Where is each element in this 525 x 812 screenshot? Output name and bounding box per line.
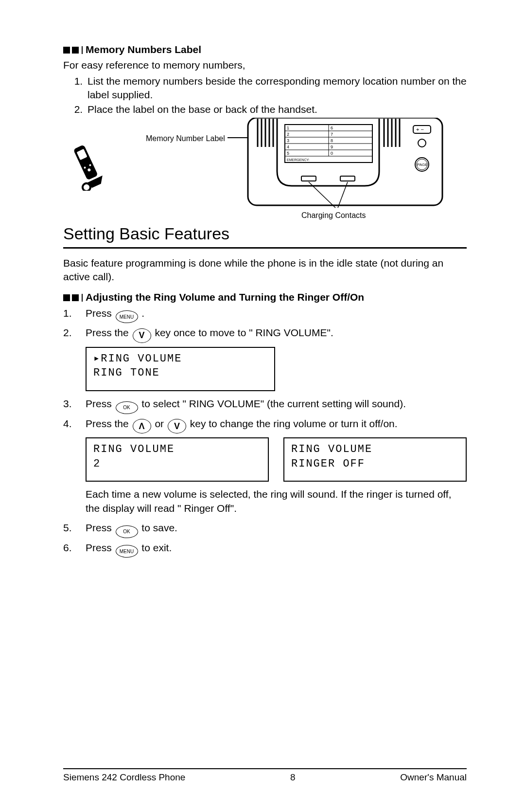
lcd-display-1: ▸RING VOLUME RING TONE — [86, 347, 275, 391]
note-paragraph: Each time a new volume is selected, the … — [86, 487, 467, 515]
paragraph: Basic feature programming is done while … — [63, 256, 467, 284]
ok-key-icon: OK — [116, 401, 138, 414]
svg-text:+ −: + − — [416, 126, 424, 132]
subheading-ring-volume: Adjusting the Ring Volume and Turning th… — [63, 290, 467, 304]
menu-key-icon: MENU — [116, 310, 138, 323]
svg-rect-36 — [301, 176, 316, 181]
handset-icon — [68, 142, 107, 191]
lcd-display-2a: RING VOLUME 2 — [86, 437, 269, 482]
footer-left: Siemens 242 Cordless Phone — [63, 772, 185, 783]
svg-text:0: 0 — [331, 151, 333, 156]
menu-key-icon: MENU — [116, 545, 138, 558]
svg-text:3: 3 — [287, 138, 289, 143]
down-key-icon: V — [133, 328, 151, 343]
footer-right: Owner's Manual — [400, 772, 467, 783]
figure-label-memory: Memory Number Label — [146, 133, 225, 144]
step-1: 1. Press MENU . — [63, 307, 467, 324]
up-key-icon: Λ — [133, 419, 151, 433]
memory-label-steps: List the memory numbers beside the corre… — [63, 74, 467, 117]
subheading-memory-label: Memory Numbers Label — [63, 43, 467, 56]
step-4: 4. Press the Λ or V key to change the ri… — [63, 417, 467, 433]
svg-text:2: 2 — [287, 132, 289, 137]
svg-text:9: 9 — [331, 144, 333, 149]
svg-text:6: 6 — [331, 126, 333, 130]
step-3: 3. Press OK to select " RING VOLUME" (th… — [63, 397, 467, 414]
list-item: List the memory numbers beside the corre… — [86, 74, 467, 102]
svg-rect-37 — [340, 176, 355, 181]
step-2: 2. Press the V key once to move to " RIN… — [63, 326, 467, 343]
svg-point-42 — [418, 139, 426, 147]
lcd-display-2b: RING VOLUME RINGER OFF — [283, 437, 467, 482]
intro-text: For easy reference to memory numbers, — [63, 58, 467, 72]
svg-text:4: 4 — [287, 144, 289, 149]
svg-text:EMERGENCY:: EMERGENCY: — [287, 158, 310, 162]
figure-label-charging: Charging Contacts — [301, 210, 366, 221]
step-6: 6. Press MENU to exit. — [63, 541, 467, 558]
svg-text:8: 8 — [331, 138, 333, 143]
svg-rect-0 — [73, 144, 98, 180]
base-unit-diagram: 1 2 3 4 5 6 7 8 9 0 EMERGENCY: + − — [238, 118, 452, 220]
section-rule — [63, 247, 467, 249]
ok-key-icon: OK — [116, 525, 138, 538]
list-item: Place the label on the base or back of t… — [86, 103, 467, 116]
svg-text:7: 7 — [331, 132, 333, 137]
page-footer: Siemens 242 Cordless Phone 8 Owner's Man… — [63, 767, 467, 783]
svg-text:PAGE: PAGE — [417, 162, 428, 167]
svg-text:5: 5 — [287, 151, 289, 156]
section-heading-basic-features: Setting Basic Features — [63, 223, 467, 245]
step-5: 5. Press OK to save. — [63, 521, 467, 538]
svg-text:1: 1 — [287, 126, 289, 130]
footer-page-number: 8 — [290, 772, 296, 783]
down-key-icon: V — [168, 419, 186, 433]
figure-base-diagram: Memory Number Label — [63, 123, 467, 220]
